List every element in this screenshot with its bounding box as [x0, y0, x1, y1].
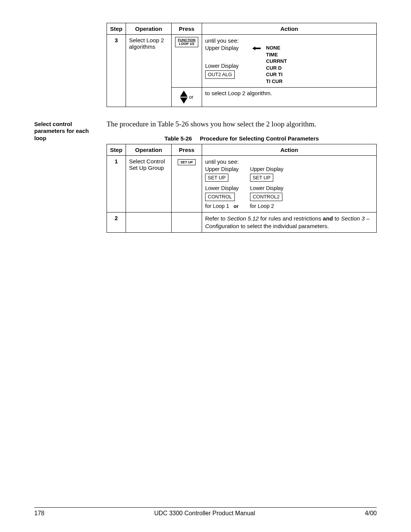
for-loop-label: for Loop 1 or	[205, 203, 239, 210]
table-row: 1 Select Control Set Up Group SET UP unt…	[107, 155, 377, 212]
caption-label: Table 5-26	[164, 135, 192, 142]
col-header-step: Step	[107, 144, 126, 155]
procedure-table-1: Step Operation Press Action 3 Select Loo…	[107, 23, 377, 107]
option-item: CUR D	[266, 65, 287, 72]
lower-display-label: Lower Display	[205, 185, 239, 192]
option-item: CURRNT	[266, 58, 287, 65]
option-item: TI CUR	[266, 78, 287, 85]
footer-date: 4/00	[365, 510, 377, 517]
table-row: 2 Refer to Section 5.12 for rules and re…	[107, 212, 377, 233]
upper-display-label: Upper Display	[205, 166, 239, 173]
table-caption: Table 5-26 Procedure for Selecting Contr…	[107, 135, 377, 142]
step-number: 3	[107, 35, 126, 107]
keycap-line2: LOOP 1/2	[179, 42, 194, 46]
upper-display-box: SET UP	[250, 174, 273, 182]
lower-display-box: OUT2 ALG	[205, 70, 235, 79]
margin-note: Select control parameters for each loop	[34, 118, 99, 233]
svg-marker-0	[252, 46, 261, 50]
triangle-down-icon	[180, 97, 188, 104]
table-header-row: Step Operation Press Action	[107, 23, 377, 35]
procedure-table-2: Step Operation Press Action 1 Select Con…	[107, 144, 377, 233]
operation-cell	[126, 212, 172, 233]
lower-display-label: Lower Display	[205, 62, 247, 70]
or-label: or	[234, 203, 239, 209]
lower-display-label: Lower Display	[250, 185, 284, 192]
options-list: NONE TIME CURRNT CUR D CUR TI TI CUR	[266, 45, 287, 85]
table1-container: Step Operation Press Action 3 Select Loo…	[107, 23, 377, 107]
action-cell: until you see: Upper Display SET UP Lowe…	[202, 155, 377, 212]
col-header-operation: Operation	[126, 23, 172, 35]
caption-title: Procedure for Selecting Control Paramete…	[200, 135, 319, 142]
press-cell-arrows: or	[172, 87, 202, 107]
col-header-action: Action	[202, 144, 377, 155]
upper-display-box: SET UP	[205, 174, 228, 182]
lower-display-box: CONTROL2	[250, 193, 282, 201]
action-intro: until you see:	[205, 158, 373, 166]
arrow-left-icon	[252, 45, 261, 53]
svg-marker-1	[180, 91, 188, 97]
triangle-up-icon	[180, 91, 188, 97]
or-label: or	[189, 94, 194, 100]
press-cell: FUNCTION LOOP 1/2	[172, 35, 202, 88]
col-header-action: Action	[202, 23, 377, 35]
press-cell: SET UP	[172, 155, 202, 212]
for-loop-label: for Loop 2	[250, 203, 284, 210]
loop1-column: Upper Display SET UP Lower Display CONTR…	[205, 166, 239, 210]
footer-title: UDC 3300 Controller Product Manual	[154, 510, 255, 517]
page: Step Operation Press Action 3 Select Loo…	[0, 0, 411, 532]
action-cell: until you see: Upper Display Lower Displ…	[202, 35, 377, 88]
action-cell: Refer to Section 5.12 for rules and rest…	[202, 212, 377, 233]
svg-marker-2	[180, 97, 188, 104]
upper-display-label: Upper Display	[250, 166, 284, 173]
action-cell: to select Loop 2 algorithm.	[202, 87, 377, 107]
table-row: 3 Select Loop 2 algorithms FUNCTION LOOP…	[107, 35, 377, 88]
loop2-column: Upper Display SET UP Lower Display CONTR…	[250, 166, 284, 210]
col-header-operation: Operation	[126, 144, 172, 155]
keycap-line1: FUNCTION	[178, 38, 196, 42]
step-number: 2	[107, 212, 126, 233]
table-header-row: Step Operation Press Action	[107, 144, 377, 155]
col-header-press: Press	[172, 23, 202, 35]
col-header-press: Press	[172, 144, 202, 155]
keycap-setup: SET UP	[178, 159, 196, 165]
intro-paragraph: The procedure in Table 5-26 shows you ho…	[107, 120, 377, 128]
page-footer: 178 UDC 3300 Controller Product Manual 4…	[34, 507, 377, 517]
press-cell	[172, 212, 202, 233]
action-intro: until you see:	[205, 37, 373, 45]
option-item: CUR TI	[266, 71, 287, 78]
reference-text: Refer to Section 5.12 for rules and rest…	[205, 215, 370, 229]
lower-display-box: CONTROL	[205, 193, 235, 201]
operation-cell: Select Loop 2 algorithms	[126, 35, 172, 107]
keycap-function-loop: FUNCTION LOOP 1/2	[175, 37, 198, 47]
operation-cell: Select Control Set Up Group	[126, 155, 172, 212]
col-header-step: Step	[107, 23, 126, 35]
step-number: 1	[107, 155, 126, 212]
upper-display-label: Upper Display	[205, 45, 247, 52]
page-number: 178	[34, 510, 45, 517]
option-item: NONE	[266, 45, 287, 51]
option-item: TIME	[266, 51, 287, 58]
